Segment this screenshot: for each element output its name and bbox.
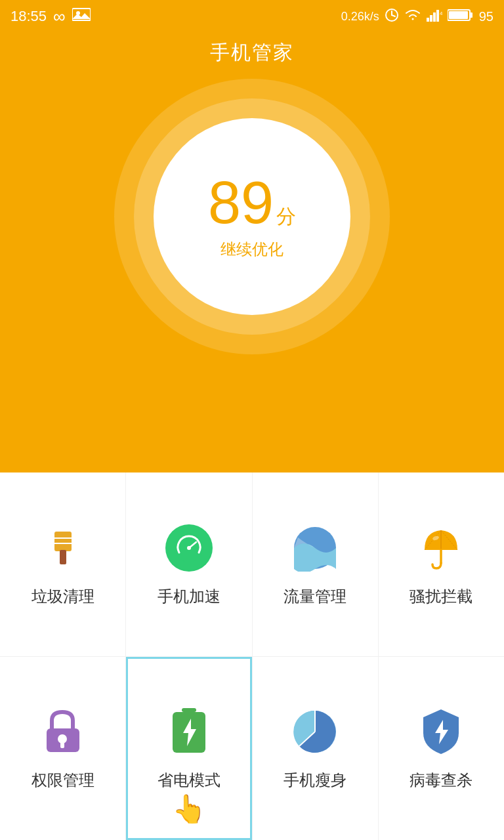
svg-rect-5 bbox=[427, 18, 429, 22]
status-bar: 18:55 ∞ 0.26k/s bbox=[0, 0, 504, 33]
grid-item-virus[interactable]: 病毒查杀 bbox=[379, 657, 504, 841]
network-speed: 0.26k/s bbox=[341, 10, 379, 24]
grid-item-clean[interactable]: 垃圾清理 bbox=[0, 472, 125, 656]
svg-rect-13 bbox=[54, 532, 72, 551]
grid-item-battery-label: 省电模式 bbox=[158, 770, 220, 791]
svg-rect-29 bbox=[182, 708, 196, 712]
grid-item-permission-label: 权限管理 bbox=[32, 770, 94, 791]
battery-status-icon bbox=[448, 9, 474, 25]
time-display: 18:55 bbox=[10, 8, 47, 25]
infinite-icon: ∞ bbox=[53, 7, 66, 27]
svg-point-19 bbox=[187, 546, 191, 550]
score-label: 继续优化 bbox=[220, 239, 284, 260]
grid-item-permission[interactable]: 权限管理 bbox=[0, 657, 125, 841]
grid-item-virus-label: 病毒查杀 bbox=[410, 770, 472, 791]
status-left: 18:55 ∞ bbox=[10, 7, 91, 27]
svg-rect-11 bbox=[470, 12, 472, 18]
grid-item-traffic-label: 流量管理 bbox=[284, 586, 346, 607]
grid-item-speed[interactable]: 手机加速 bbox=[126, 472, 251, 656]
cursor-hand: 👆 bbox=[172, 793, 206, 825]
speedometer-icon bbox=[163, 522, 215, 574]
svg-rect-7 bbox=[433, 12, 436, 22]
svg-rect-8 bbox=[436, 10, 439, 22]
wifi-icon bbox=[404, 9, 421, 25]
svg-rect-16 bbox=[60, 550, 66, 564]
shield-icon bbox=[415, 705, 467, 758]
score-number: 89 bbox=[208, 173, 274, 232]
grid-item-battery[interactable]: 省电模式 👆 bbox=[126, 657, 251, 841]
image-icon bbox=[72, 7, 91, 26]
clock-icon bbox=[385, 8, 399, 26]
battery-icon bbox=[163, 705, 215, 758]
svg-line-4 bbox=[392, 15, 395, 16]
svg-text:4G: 4G bbox=[440, 10, 442, 16]
grid-item-traffic[interactable]: 流量管理 bbox=[253, 472, 378, 656]
battery-percent: 95 bbox=[479, 9, 494, 24]
score-inner-ring: 89 分 继续优化 bbox=[134, 98, 370, 335]
grid-area: 垃圾清理 手机加速 bbox=[0, 472, 504, 840]
grid-item-blocker-label: 骚扰拦截 bbox=[410, 586, 472, 607]
score-circle[interactable]: 89 分 继续优化 bbox=[154, 118, 350, 315]
broom-icon bbox=[37, 522, 89, 574]
grid-item-clean-label: 垃圾清理 bbox=[32, 586, 94, 607]
signal-icon: 4G bbox=[427, 9, 442, 25]
lock-icon bbox=[37, 705, 89, 758]
score-outer-ring[interactable]: 89 分 继续优化 bbox=[114, 79, 390, 354]
svg-rect-28 bbox=[60, 742, 64, 748]
status-right: 0.26k/s 4G bbox=[341, 8, 494, 26]
svg-rect-12 bbox=[449, 11, 468, 19]
umbrella-icon bbox=[415, 522, 467, 574]
score-unit: 分 bbox=[276, 203, 296, 230]
app-title: 手机管家 bbox=[210, 39, 294, 66]
header-area: 手机管家 89 分 继续优化 bbox=[0, 0, 504, 472]
grid-item-slim-label: 手机瘦身 bbox=[284, 770, 346, 791]
grid-item-speed-label: 手机加速 bbox=[158, 586, 220, 607]
traffic-icon bbox=[289, 522, 341, 574]
svg-rect-6 bbox=[430, 15, 432, 22]
piechart-icon bbox=[289, 705, 341, 758]
grid-item-blocker[interactable]: 骚扰拦截 bbox=[379, 472, 504, 656]
grid-item-slim[interactable]: 手机瘦身 bbox=[253, 657, 378, 841]
